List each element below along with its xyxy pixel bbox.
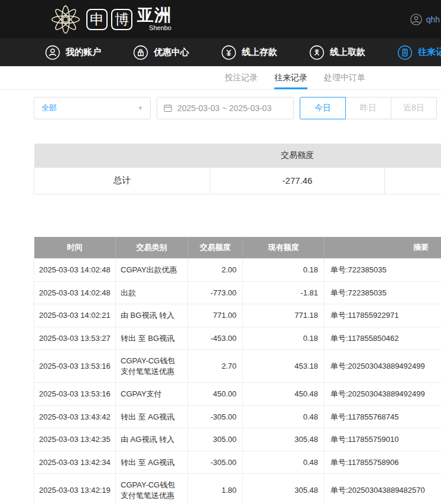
logo-region: 亚洲 Shenbo (137, 7, 171, 31)
cell-balance: 771.18 (243, 304, 325, 327)
withdraw-coin-icon (309, 45, 325, 60)
nav-item-label: 优惠中心 (154, 47, 189, 58)
filter-bar: 全部 ▼ 2025-03-03 ~ 2025-03-03 今日 昨日 近8日 (34, 97, 441, 119)
cell-amount: 305.00 (188, 428, 243, 451)
records-header-row: 时间 交易类别 交易额度 现有额度 摘要 (34, 237, 441, 259)
cell-summary: 单号:117855922971 (325, 304, 441, 327)
date-range-input[interactable]: 2025-03-03 ~ 2025-03-03 (157, 97, 294, 119)
cell-balance: 0.48 (243, 405, 325, 428)
tab-betting-records[interactable]: 投注记录 (225, 66, 258, 89)
records-table: 时间 交易类别 交易额度 现有额度 摘要 2025-03-03 14:02:48… (34, 237, 441, 504)
gift-icon (133, 45, 148, 60)
nav-item-label: 往来记录 (418, 47, 441, 58)
summary-header-amount: 交易额度 (210, 144, 385, 167)
cell-summary: 单号:722385035 (325, 281, 441, 304)
cell-summary: 单号:117855758906 (325, 451, 441, 474)
cell-time: 2025-03-03 14:02:21 (34, 304, 116, 327)
nav-item-online-deposit[interactable]: 线上存款 (221, 45, 277, 60)
cell-type: 转出 至 AG视讯 (116, 451, 188, 474)
type-select[interactable]: 全部 ▼ (34, 97, 151, 119)
cell-type: 转出 至 BG视讯 (116, 327, 188, 350)
cell-balance: 0.48 (243, 451, 325, 474)
summary-empty-cell (385, 167, 441, 194)
table-row: 2025-03-03 13:42:34 转出 至 AG视讯 -305.00 0.… (34, 451, 441, 474)
cell-summary: 单号:117855768745 (325, 405, 441, 428)
calendar-icon (163, 103, 173, 113)
cell-amount: -305.00 (188, 451, 243, 474)
cell-balance: 453.18 (243, 350, 325, 383)
nav-item-label: 我的账户 (66, 47, 101, 58)
deposit-coin-icon (221, 45, 236, 60)
cell-type: CGPAY出款优惠 (116, 259, 188, 282)
cell-balance: 0.18 (243, 327, 325, 350)
username[interactable]: qhh (426, 15, 440, 24)
cell-summary: 单号:202503043889492499 (325, 383, 441, 406)
tab-label: 处理中订单 (324, 73, 365, 83)
chevron-down-icon: ▼ (138, 105, 143, 111)
avatar-icon (410, 13, 423, 26)
table-row: 2025-03-03 14:02:48 出款 -773.00 -1.81 单号:… (34, 281, 441, 304)
tab-label: 投注记录 (225, 73, 258, 83)
cell-balance: 450.48 (243, 383, 325, 406)
cell-type: 转出 至 AG视讯 (116, 405, 188, 428)
cell-amount: 2.70 (188, 350, 243, 383)
tab-processing-orders[interactable]: 处理中订单 (324, 66, 365, 89)
type-select-value: 全部 (41, 103, 57, 113)
nav-item-promotions[interactable]: 优惠中心 (133, 45, 189, 60)
cell-time: 2025-03-03 13:42:34 (34, 451, 116, 474)
cell-summary: 单号:117855759010 (325, 428, 441, 451)
table-row: 2025-03-03 13:42:35 由 AG视讯 转入 305.00 305… (34, 428, 441, 451)
app-header: 申 博 亚洲 Shenbo qhh (0, 0, 441, 38)
cell-time: 2025-03-03 13:43:42 (34, 405, 116, 428)
cell-time: 2025-03-03 13:53:16 (34, 383, 116, 406)
cell-type: 由 BG视讯 转入 (116, 304, 188, 327)
records-icon (397, 45, 413, 60)
logo-char-bo: 博 (111, 9, 132, 30)
cell-summary: 单号:202503043889492499 (325, 350, 441, 383)
cell-time: 2025-03-03 13:42:35 (34, 428, 116, 451)
nav-item-transaction-records[interactable]: 往来记录 (397, 45, 441, 60)
table-row: 2025-03-03 14:02:48 CGPAY出款优惠 2.00 0.18 … (34, 259, 441, 282)
tab-label: 往来记录 (274, 73, 307, 83)
date-range-value: 2025-03-03 ~ 2025-03-03 (177, 103, 271, 113)
column-header-balance: 现有额度 (243, 237, 325, 259)
flower-logo-icon (50, 4, 82, 35)
cell-time: 2025-03-03 13:42:19 (34, 474, 116, 504)
nav-item-online-withdraw[interactable]: 线上取款 (309, 45, 365, 60)
summary-table: 交易额度 总计 -277.46 (34, 144, 441, 194)
column-header-amount: 交易额度 (188, 237, 243, 259)
table-row: 2025-03-03 13:43:42 转出 至 AG视讯 -305.00 0.… (34, 405, 441, 428)
summary-header-empty (385, 144, 441, 167)
table-row: 2025-03-03 13:53:16 CGPAY-CG钱包支付笔笔送优惠 2.… (34, 350, 441, 383)
cell-amount: -773.00 (188, 281, 243, 304)
today-button[interactable]: 今日 (300, 97, 346, 119)
column-header-summary: 摘要 (325, 237, 441, 259)
summary-total-value: -277.46 (210, 167, 385, 194)
nav-item-label: 线上取款 (330, 47, 365, 58)
cell-amount: -305.00 (188, 405, 243, 428)
cell-time: 2025-03-03 14:02:48 (34, 259, 116, 282)
cell-type: CGPAY-CG钱包支付笔笔送优惠 (116, 350, 188, 383)
table-row: 2025-03-03 13:53:16 CGPAY支付 450.00 450.4… (34, 383, 441, 406)
cell-balance: 0.18 (243, 259, 325, 282)
cell-time: 2025-03-03 13:53:27 (34, 327, 116, 350)
cell-amount: -453.00 (188, 327, 243, 350)
yesterday-button[interactable]: 昨日 (345, 97, 391, 119)
summary-header-row: 交易额度 (34, 144, 441, 167)
cell-balance: 305.48 (243, 428, 325, 451)
table-row: 2025-03-03 13:42:19 CGPAY-CG钱包支付笔笔送优惠 1.… (34, 474, 441, 504)
table-row: 2025-03-03 14:02:21 由 BG视讯 转入 771.00 771… (34, 304, 441, 327)
nav-item-label: 线上存款 (242, 47, 277, 58)
cell-summary: 单号:117855850462 (325, 327, 441, 350)
cell-amount: 450.00 (188, 383, 243, 406)
summary-header-empty (34, 144, 210, 167)
cell-time: 2025-03-03 13:53:16 (34, 350, 116, 383)
main-navbar: 我的账户 优惠中心 线上存款 线上取款 (0, 38, 441, 66)
nav-item-my-account[interactable]: 我的账户 (45, 45, 101, 60)
summary-table-wrap: 交易额度 总计 -277.46 (34, 144, 441, 194)
user-account-area[interactable]: qhh (410, 13, 440, 26)
tab-transaction-records[interactable]: 往来记录 (274, 66, 307, 89)
cell-amount: 2.00 (188, 259, 243, 282)
last-8-days-button[interactable]: 近8日 (391, 97, 437, 119)
cell-type: 出款 (116, 281, 188, 304)
